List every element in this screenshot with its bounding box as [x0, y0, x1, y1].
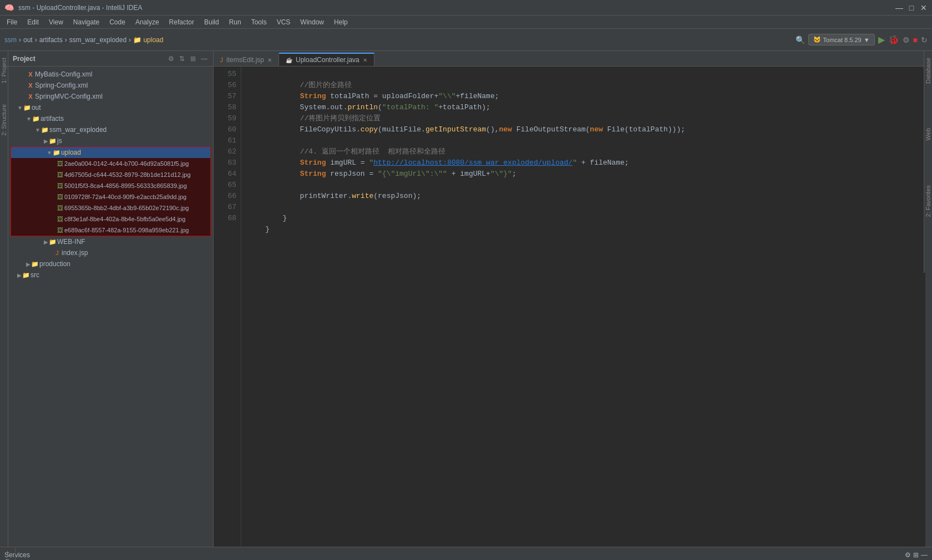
menu-navigate[interactable]: Navigate — [69, 17, 104, 27]
tree-label: SpringMVC-Config.xml — [35, 93, 103, 100]
tab-items-edit[interactable]: J itemsEdit.jsp ✕ — [214, 54, 279, 66]
close-button[interactable]: ✕ — [920, 4, 928, 12]
tree-item-upload[interactable]: ▼ 📁 upload — [11, 147, 210, 158]
tab-label: UploadController.java — [296, 56, 359, 64]
tree-item-img7[interactable]: 🖼 e689ac6f-8557-482a-9155-098a959eb221.j… — [11, 225, 210, 236]
editor-area: J itemsEdit.jsp ✕ ☕ UploadController.jav… — [214, 51, 932, 547]
stop-icon[interactable]: ■ — [913, 35, 918, 44]
services-panel: Services ⚙ ⊞ — + ⇅ ≡ ⊞ 📌 Server Tomcat L… — [0, 547, 932, 560]
tree-item-js[interactable]: ▶ 📁 js — [8, 135, 213, 146]
tree-label: index.jsp — [62, 249, 88, 257]
editor-tabs: J itemsEdit.jsp ✕ ☕ UploadController.jav… — [214, 51, 932, 67]
tomcat-button[interactable]: 🐱 Tomcat 8.5.29 ▼ — [808, 34, 875, 45]
editor-content[interactable]: 55 56 57 58 59 60 61 62 63 64 65 66 67 6… — [214, 67, 932, 547]
tree-label: upload — [61, 149, 81, 156]
settings-icon[interactable]: ⚙ — [166, 54, 175, 63]
menu-run[interactable]: Run — [225, 17, 246, 27]
breadcrumb-artifacts[interactable]: artifacts — [39, 36, 63, 44]
sort-icon[interactable]: ⇅ — [5, 558, 11, 561]
breadcrumb-upload[interactable]: 📁 upload — [133, 36, 163, 44]
sidebar-project-tab[interactable]: 1: Project — [0, 53, 8, 88]
folder-icon: 📁 — [52, 148, 61, 157]
tree-item-img5[interactable]: 🖼 6955365b-8bb2-4dbf-a3b9-65b02e72190c.j… — [11, 202, 210, 213]
window-controls: — □ ✕ — [895, 4, 928, 12]
sidebar-left: 1: Project 2: Structure — [0, 51, 8, 547]
tab-label: itemsEdit.jsp — [226, 56, 264, 64]
folder-icon: 📁 — [48, 136, 57, 145]
favorites-tab[interactable]: 2: Favorites — [924, 181, 932, 221]
java-icon: ☕ — [286, 57, 292, 63]
chevron-down-icon: ▼ — [26, 116, 32, 122]
close-tab-icon[interactable]: ✕ — [267, 57, 272, 63]
image-icon: 🖼 — [55, 203, 64, 212]
minimize-services-icon[interactable]: — — [921, 551, 928, 559]
menu-window[interactable]: Window — [296, 17, 328, 27]
xml-icon: X — [26, 92, 35, 101]
menu-analyze[interactable]: Analyze — [131, 17, 164, 27]
tree-item-img3[interactable]: 🖼 5001f5f3-8ca4-4856-8995-56333c865839.j… — [11, 180, 210, 191]
expand-icon[interactable]: ⊞ — [913, 551, 919, 559]
tree-item-img4[interactable]: 🖼 0109728f-72a4-40cd-90f9-e2accb25a9dd.j… — [11, 191, 210, 202]
tree-item-src[interactable]: ▶ 📁 src — [8, 269, 213, 281]
code-content: //图片的全路径 String totalPath = uploadFolder… — [241, 67, 925, 547]
sort-icon[interactable]: ⇅ — [178, 54, 186, 63]
tree-item-artifacts[interactable]: ▼ 📁 artifacts — [8, 113, 213, 124]
chevron-down-icon: ▼ — [35, 127, 40, 133]
tree-item-mybatis[interactable]: X MyBatis-Config.xml — [8, 69, 213, 80]
xml-icon: X — [26, 81, 35, 90]
search-icon[interactable]: 🔍 — [796, 35, 805, 44]
build-icon[interactable]: ⚙ — [903, 35, 910, 44]
menu-view[interactable]: View — [44, 17, 68, 27]
update-icon[interactable]: ↻ — [921, 35, 928, 44]
jsp-icon: J — [220, 57, 223, 63]
menu-file[interactable]: File — [2, 17, 22, 27]
minimize-panel-icon[interactable]: — — [200, 54, 209, 63]
folder-icon: 📁 — [32, 114, 40, 123]
web-tab[interactable]: Web — [924, 124, 932, 145]
tree-item-img2[interactable]: 🖼 4d67505d-c644-4532-8979-28b1de121d12.j… — [11, 169, 210, 180]
menu-help[interactable]: Help — [330, 17, 352, 27]
settings-icon[interactable]: ⚙ — [905, 551, 911, 559]
breadcrumb-out[interactable]: out — [23, 36, 33, 44]
tree-item-out[interactable]: ▼ 📁 out — [8, 102, 213, 113]
folder-icon: 📁 — [40, 125, 49, 134]
menu-vcs[interactable]: VCS — [272, 17, 295, 27]
minimize-button[interactable]: — — [895, 4, 903, 12]
tree-item-img6[interactable]: 🖼 c8f3e1af-8be4-402a-8b4e-5bfb5a0ee5d4.j… — [11, 213, 210, 225]
menu-build[interactable]: Build — [200, 17, 224, 27]
debug-icon[interactable]: 🐞 — [888, 34, 899, 45]
xml-icon: X — [26, 70, 35, 79]
chevron-right-icon: ▶ — [26, 261, 31, 267]
tree-item-ssm-war[interactable]: ▼ 📁 ssm_war_exploded — [8, 124, 213, 135]
project-panel: Project ⚙ ⇅ ⊞ — X MyBatis-Config.xml X S… — [8, 51, 214, 547]
breadcrumb-ssm[interactable]: ssm — [4, 36, 17, 44]
menu-refactor[interactable]: Refactor — [165, 17, 199, 27]
menu-edit[interactable]: Edit — [23, 17, 43, 27]
close-tab-icon[interactable]: ✕ — [363, 57, 367, 63]
tree-label: out — [32, 104, 41, 111]
tree-item-webinf[interactable]: ▶ 📁 WEB-INF — [8, 236, 213, 247]
expand-icon[interactable]: ⊞ — [189, 54, 197, 63]
tree-item-production[interactable]: ▶ 📁 production — [8, 258, 213, 269]
sidebar-structure-tab[interactable]: 2: Structure — [0, 100, 8, 140]
right-sidebar: Database Web 2: Favorites — [924, 51, 932, 273]
image-icon: 🖼 — [55, 159, 64, 168]
maximize-button[interactable]: □ — [908, 4, 915, 12]
breadcrumb-ssm-war[interactable]: ssm_war_exploded — [69, 36, 126, 44]
folder-icon: 📁 — [48, 237, 57, 246]
tree-item-springmvc[interactable]: X SpringMVC-Config.xml — [8, 91, 213, 102]
plus-icon[interactable]: + — [6, 549, 9, 557]
tree-item-index[interactable]: J index.jsp — [8, 247, 213, 258]
tree-label: ssm_war_exploded — [49, 126, 107, 134]
folder-icon: 📁 — [23, 103, 32, 112]
run-icon[interactable]: ▶ — [878, 34, 885, 45]
tree-label: MyBatis-Config.xml — [35, 70, 92, 78]
database-tab[interactable]: Database — [924, 53, 932, 88]
tree-label: WEB-INF — [57, 238, 85, 246]
tree-item-spring[interactable]: X Spring-Config.xml — [8, 80, 213, 91]
menu-code[interactable]: Code — [105, 17, 130, 27]
menu-tools[interactable]: Tools — [247, 17, 271, 27]
chevron-down-icon: ▼ — [17, 105, 23, 111]
tree-item-img1[interactable]: 🖼 2ae0a004-0142-4c44-b700-46d92a5081f5.j… — [11, 158, 210, 169]
tab-upload-controller[interactable]: ☕ UploadController.java ✕ — [279, 53, 374, 66]
